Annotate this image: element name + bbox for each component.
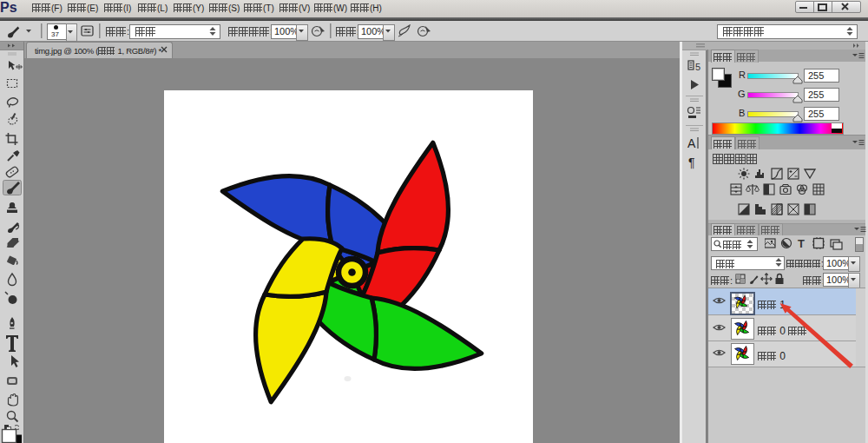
svg-text:T: T bbox=[798, 237, 805, 250]
svg-text:5: 5 bbox=[695, 62, 700, 72]
svg-text:A: A bbox=[687, 136, 696, 150]
svg-text:¶: ¶ bbox=[688, 155, 695, 169]
